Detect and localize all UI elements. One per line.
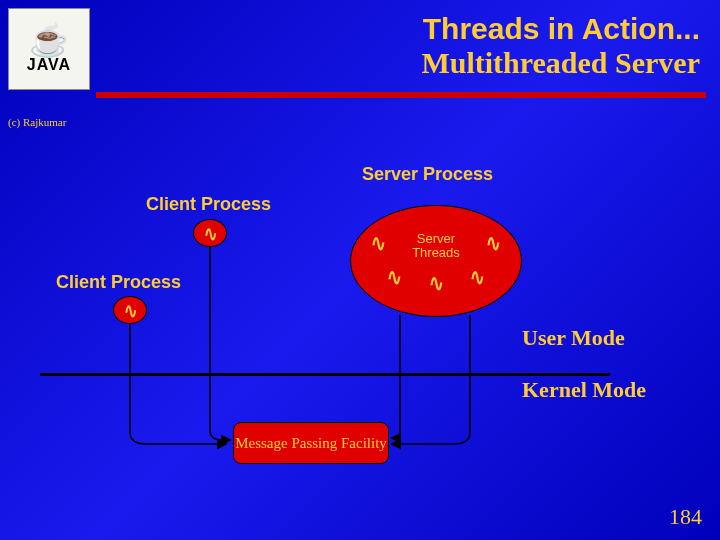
thread-icon: ∿	[387, 263, 402, 292]
client-process-1: ∿	[193, 219, 227, 247]
diagram-area: Client Process ∿ Client Process ∿ Server…	[0, 0, 720, 540]
svg-marker-8	[392, 434, 400, 442]
thread-icon: ∿	[486, 229, 501, 258]
client-process-label-1: Client Process	[146, 194, 271, 215]
slide-number: 184	[669, 504, 702, 530]
client-process-label-2: Client Process	[56, 272, 181, 293]
server-process-label: Server Process	[362, 164, 493, 185]
kernel-mode-label: Kernel Mode	[522, 378, 646, 402]
user-mode-label: User Mode	[522, 326, 625, 350]
svg-marker-2	[218, 440, 226, 448]
svg-marker-11	[392, 440, 400, 448]
server-process: Server Threads ∿ ∿ ∿ ∿ ∿	[350, 205, 522, 317]
svg-marker-5	[222, 436, 230, 444]
message-passing-facility: Message Passing Facility	[233, 422, 389, 464]
client-process-2: ∿	[113, 296, 147, 324]
thread-icon: ∿	[124, 298, 137, 323]
user-kernel-boundary	[40, 373, 610, 376]
thread-icon: ∿	[429, 269, 444, 298]
thread-icon: ∿	[470, 263, 485, 292]
server-threads-label: Server Threads	[394, 232, 479, 261]
thread-icon: ∿	[371, 229, 386, 258]
thread-icon: ∿	[204, 221, 217, 246]
